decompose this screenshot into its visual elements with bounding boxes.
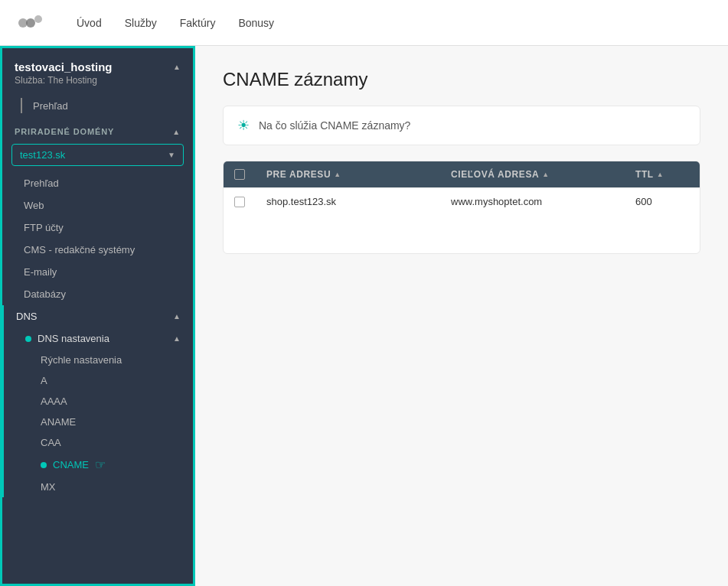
sidebar-overview-item[interactable]: Prehľad xyxy=(2,92,193,119)
hand-cursor-icon: ☞ xyxy=(95,457,106,472)
page-title: CNAME záznamy xyxy=(223,69,700,90)
chevron-up-dns-nastavenia-icon: ▲ xyxy=(173,334,181,343)
cname-label: CNAME xyxy=(53,459,89,470)
sidebar-item-rychle-nastavenia[interactable]: Rýchle nastavenia xyxy=(4,350,193,370)
sidebar-item-emaily[interactable]: E-maily xyxy=(2,261,193,283)
chevron-up-icon[interactable]: ▲ xyxy=(173,63,181,71)
table-header: PRE ADRESU ▲ CIEĽOVÁ ADRESA ▲ TTL ▲ xyxy=(224,161,700,187)
sort-cielova-adresa-icon: ▲ xyxy=(542,171,550,178)
sidebar-item-mx[interactable]: MX xyxy=(4,477,193,497)
th-pre-adresu[interactable]: PRE ADRESU ▲ xyxy=(254,169,439,180)
dns-label: DNS xyxy=(16,311,37,322)
info-banner[interactable]: ☀ Na čo slúžia CNAME záznamy? xyxy=(223,106,700,145)
th-checkbox[interactable] xyxy=(224,169,254,180)
sidebar-item-aname[interactable]: ANAME xyxy=(4,412,193,432)
cname-table: PRE ADRESU ▲ CIEĽOVÁ ADRESA ▲ TTL ▲ shop… xyxy=(223,161,700,254)
sort-ttl-icon: ▲ xyxy=(657,171,664,178)
svg-point-1 xyxy=(26,18,35,28)
sidebar-overview-label: Prehľad xyxy=(33,100,68,112)
sidebar-item-a[interactable]: A xyxy=(4,370,193,391)
sidebar-item-dns[interactable]: DNS ▲ xyxy=(4,305,193,327)
chevron-down-domain-icon: ▼ xyxy=(168,151,175,159)
sidebar-item-dns-nastavenia[interactable]: DNS nastavenia ▲ xyxy=(4,327,193,350)
domain-selected-label: test123.sk xyxy=(20,149,65,161)
sidebar-header: testovaci_hosting ▲ Služba: The Hosting xyxy=(2,48,193,92)
th-ttl[interactable]: TTL ▲ xyxy=(623,169,700,180)
layout: testovaci_hosting ▲ Služba: The Hosting … xyxy=(0,46,728,586)
account-name: testovaci_hosting xyxy=(15,60,113,73)
overview-line-icon xyxy=(21,98,22,113)
svg-point-2 xyxy=(34,15,42,23)
sidebar: testovaci_hosting ▲ Služba: The Hosting … xyxy=(0,46,195,586)
domain-selector[interactable]: test123.sk ▼ xyxy=(11,144,184,166)
row-pre-adresu: shop.test123.sk xyxy=(254,196,439,207)
sidebar-item-aaaa[interactable]: AAAA xyxy=(4,391,193,412)
nav-faktury[interactable]: Faktúry xyxy=(180,14,216,32)
row-ttl: 600 xyxy=(623,196,700,207)
sort-pre-adresu-icon: ▲ xyxy=(334,171,341,178)
row-checkbox-cell[interactable] xyxy=(224,197,254,207)
logo xyxy=(15,11,46,34)
chevron-up-dns-icon: ▲ xyxy=(173,312,181,321)
table-row[interactable]: shop.test123.sk www.myshoptet.com 600 xyxy=(224,187,700,215)
sidebar-item-prehled[interactable]: Prehľad xyxy=(2,172,193,194)
nav-uvod[interactable]: Úvod xyxy=(77,14,102,32)
row-cielova-adresa: www.myshoptet.com xyxy=(439,196,623,207)
th-cielova-adresa-label: CIEĽOVÁ ADRESA xyxy=(451,169,539,180)
select-all-checkbox[interactable] xyxy=(234,169,245,180)
sidebar-item-databazy[interactable]: Databázy xyxy=(2,283,193,305)
lightbulb-icon: ☀ xyxy=(237,117,250,134)
th-ttl-label: TTL xyxy=(635,169,654,180)
sidebar-subtitle: Služba: The Hosting xyxy=(15,75,181,86)
sidebar-item-web[interactable]: Web xyxy=(2,194,193,216)
chevron-up-domains-icon[interactable]: ▲ xyxy=(172,128,181,136)
sidebar-item-caa[interactable]: CAA xyxy=(4,432,193,453)
dns-nastavenia-dot-icon xyxy=(25,336,31,342)
sidebar-item-ftp[interactable]: FTP účty xyxy=(2,216,193,239)
cname-dot-icon xyxy=(41,462,47,468)
dns-section: DNS ▲ DNS nastavenia ▲ Rýchle nastavenia… xyxy=(2,305,193,497)
table-empty-area xyxy=(224,215,700,253)
sidebar-item-cname[interactable]: CNAME ☞ xyxy=(4,453,193,477)
dns-nastavenia-label: DNS nastavenia xyxy=(38,333,109,344)
assigned-domains-header: PRIRADENÉ DOMÉNY ▲ xyxy=(2,119,193,141)
sections-header-label: PRIRADENÉ DOMÉNY xyxy=(15,127,114,136)
sidebar-title: testovaci_hosting ▲ xyxy=(15,60,181,73)
info-banner-text: Na čo slúžia CNAME záznamy? xyxy=(259,119,410,132)
th-pre-adresu-label: PRE ADRESU xyxy=(266,169,331,180)
top-nav: Úvod Služby Faktúry Bonusy xyxy=(0,0,728,46)
sidebar-item-cms[interactable]: CMS - redakčné systémy xyxy=(2,239,193,261)
nav-sluzby[interactable]: Služby xyxy=(125,14,157,32)
main-content: CNAME záznamy ☀ Na čo slúžia CNAME zázna… xyxy=(195,46,728,586)
th-cielova-adresa[interactable]: CIEĽOVÁ ADRESA ▲ xyxy=(439,169,623,180)
row-checkbox[interactable] xyxy=(234,197,245,207)
nav-bonusy[interactable]: Bonusy xyxy=(238,14,274,32)
